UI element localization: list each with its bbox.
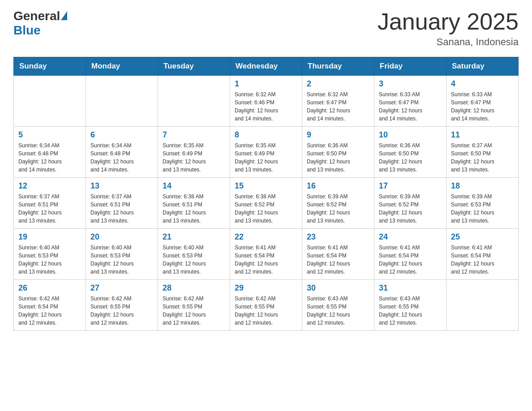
day-number: 12 bbox=[18, 181, 81, 191]
column-header-sunday: Sunday bbox=[14, 57, 86, 76]
calendar-cell: 17Sunrise: 6:39 AM Sunset: 6:52 PM Dayli… bbox=[374, 178, 446, 229]
day-number: 1 bbox=[235, 79, 297, 89]
day-number: 16 bbox=[307, 181, 369, 191]
day-info: Sunrise: 6:41 AM Sunset: 6:54 PM Dayligh… bbox=[379, 244, 442, 276]
calendar-week-row: 12Sunrise: 6:37 AM Sunset: 6:51 PM Dayli… bbox=[14, 178, 519, 229]
day-info: Sunrise: 6:37 AM Sunset: 6:50 PM Dayligh… bbox=[451, 141, 514, 174]
column-header-tuesday: Tuesday bbox=[158, 57, 230, 76]
header: General Blue January 2025 Sanana, Indone… bbox=[13, 9, 519, 48]
day-info: Sunrise: 6:42 AM Sunset: 6:55 PM Dayligh… bbox=[235, 295, 297, 327]
day-number: 8 bbox=[235, 130, 297, 140]
calendar-cell: 19Sunrise: 6:40 AM Sunset: 6:53 PM Dayli… bbox=[14, 229, 86, 280]
calendar-cell: 31Sunrise: 6:43 AM Sunset: 6:55 PM Dayli… bbox=[374, 280, 446, 331]
day-number: 9 bbox=[307, 130, 369, 140]
day-number: 31 bbox=[379, 283, 442, 293]
column-header-saturday: Saturday bbox=[446, 57, 519, 76]
day-info: Sunrise: 6:40 AM Sunset: 6:53 PM Dayligh… bbox=[90, 244, 153, 276]
calendar-cell: 10Sunrise: 6:36 AM Sunset: 6:50 PM Dayli… bbox=[374, 127, 446, 178]
calendar-cell: 27Sunrise: 6:42 AM Sunset: 6:55 PM Dayli… bbox=[86, 280, 158, 331]
day-number: 29 bbox=[235, 283, 297, 293]
calendar-cell bbox=[14, 76, 86, 127]
day-info: Sunrise: 6:41 AM Sunset: 6:54 PM Dayligh… bbox=[307, 244, 369, 276]
calendar-week-row: 26Sunrise: 6:42 AM Sunset: 6:54 PM Dayli… bbox=[14, 280, 519, 331]
day-number: 27 bbox=[90, 283, 153, 293]
day-number: 11 bbox=[451, 130, 514, 140]
day-number: 28 bbox=[163, 283, 225, 293]
logo-blue-part bbox=[60, 11, 67, 21]
calendar-cell: 22Sunrise: 6:41 AM Sunset: 6:54 PM Dayli… bbox=[230, 229, 302, 280]
calendar-cell: 2Sunrise: 6:32 AM Sunset: 6:47 PM Daylig… bbox=[302, 76, 374, 127]
calendar-cell: 21Sunrise: 6:40 AM Sunset: 6:53 PM Dayli… bbox=[158, 229, 230, 280]
calendar-cell bbox=[446, 280, 519, 331]
calendar-cell: 28Sunrise: 6:42 AM Sunset: 6:55 PM Dayli… bbox=[158, 280, 230, 331]
day-number: 24 bbox=[379, 232, 442, 242]
calendar-cell: 24Sunrise: 6:41 AM Sunset: 6:54 PM Dayli… bbox=[374, 229, 446, 280]
calendar-table: SundayMondayTuesdayWednesdayThursdayFrid… bbox=[13, 57, 519, 331]
calendar-cell: 4Sunrise: 6:33 AM Sunset: 6:47 PM Daylig… bbox=[446, 76, 519, 127]
day-info: Sunrise: 6:33 AM Sunset: 6:47 PM Dayligh… bbox=[379, 90, 442, 123]
calendar-cell: 18Sunrise: 6:39 AM Sunset: 6:53 PM Dayli… bbox=[446, 178, 519, 229]
calendar-cell: 9Sunrise: 6:36 AM Sunset: 6:50 PM Daylig… bbox=[302, 127, 374, 178]
day-info: Sunrise: 6:35 AM Sunset: 6:49 PM Dayligh… bbox=[163, 141, 225, 174]
calendar-cell: 6Sunrise: 6:34 AM Sunset: 6:48 PM Daylig… bbox=[86, 127, 158, 178]
day-info: Sunrise: 6:36 AM Sunset: 6:50 PM Dayligh… bbox=[379, 141, 442, 174]
day-info: Sunrise: 6:42 AM Sunset: 6:55 PM Dayligh… bbox=[90, 295, 153, 327]
day-info: Sunrise: 6:41 AM Sunset: 6:54 PM Dayligh… bbox=[235, 244, 297, 276]
column-header-wednesday: Wednesday bbox=[230, 57, 302, 76]
calendar-week-row: 5Sunrise: 6:34 AM Sunset: 6:48 PM Daylig… bbox=[14, 127, 519, 178]
calendar-cell: 14Sunrise: 6:38 AM Sunset: 6:51 PM Dayli… bbox=[158, 178, 230, 229]
day-number: 23 bbox=[307, 232, 369, 242]
day-info: Sunrise: 6:38 AM Sunset: 6:51 PM Dayligh… bbox=[163, 193, 225, 225]
calendar-cell: 16Sunrise: 6:39 AM Sunset: 6:52 PM Dayli… bbox=[302, 178, 374, 229]
calendar-cell: 7Sunrise: 6:35 AM Sunset: 6:49 PM Daylig… bbox=[158, 127, 230, 178]
calendar-cell: 30Sunrise: 6:43 AM Sunset: 6:55 PM Dayli… bbox=[302, 280, 374, 331]
column-header-friday: Friday bbox=[374, 57, 446, 76]
day-number: 19 bbox=[18, 232, 81, 242]
day-number: 2 bbox=[307, 79, 369, 89]
calendar-cell: 29Sunrise: 6:42 AM Sunset: 6:55 PM Dayli… bbox=[230, 280, 302, 331]
calendar-cell: 8Sunrise: 6:35 AM Sunset: 6:49 PM Daylig… bbox=[230, 127, 302, 178]
logo: General Blue bbox=[13, 9, 67, 38]
day-info: Sunrise: 6:32 AM Sunset: 6:47 PM Dayligh… bbox=[307, 90, 369, 123]
column-header-thursday: Thursday bbox=[302, 57, 374, 76]
calendar-cell: 15Sunrise: 6:38 AM Sunset: 6:52 PM Dayli… bbox=[230, 178, 302, 229]
day-info: Sunrise: 6:38 AM Sunset: 6:52 PM Dayligh… bbox=[235, 193, 297, 225]
day-info: Sunrise: 6:37 AM Sunset: 6:51 PM Dayligh… bbox=[90, 193, 153, 225]
day-info: Sunrise: 6:35 AM Sunset: 6:49 PM Dayligh… bbox=[235, 141, 297, 174]
day-info: Sunrise: 6:33 AM Sunset: 6:47 PM Dayligh… bbox=[451, 90, 514, 123]
day-info: Sunrise: 6:32 AM Sunset: 6:46 PM Dayligh… bbox=[235, 90, 297, 123]
day-info: Sunrise: 6:39 AM Sunset: 6:52 PM Dayligh… bbox=[307, 193, 369, 225]
calendar-cell: 1Sunrise: 6:32 AM Sunset: 6:46 PM Daylig… bbox=[230, 76, 302, 127]
day-number: 20 bbox=[90, 232, 153, 242]
day-number: 3 bbox=[379, 79, 442, 89]
calendar-header-row: SundayMondayTuesdayWednesdayThursdayFrid… bbox=[14, 57, 519, 76]
title-area: January 2025 Sanana, Indonesia bbox=[378, 9, 519, 48]
logo-blue-text: Blue bbox=[13, 23, 41, 38]
calendar-cell: 23Sunrise: 6:41 AM Sunset: 6:54 PM Dayli… bbox=[302, 229, 374, 280]
day-number: 6 bbox=[90, 130, 153, 140]
day-number: 22 bbox=[235, 232, 297, 242]
calendar-cell: 5Sunrise: 6:34 AM Sunset: 6:48 PM Daylig… bbox=[14, 127, 86, 178]
calendar-cell: 26Sunrise: 6:42 AM Sunset: 6:54 PM Dayli… bbox=[14, 280, 86, 331]
day-number: 7 bbox=[163, 130, 225, 140]
calendar-cell: 20Sunrise: 6:40 AM Sunset: 6:53 PM Dayli… bbox=[86, 229, 158, 280]
calendar-week-row: 19Sunrise: 6:40 AM Sunset: 6:53 PM Dayli… bbox=[14, 229, 519, 280]
month-title: January 2025 bbox=[378, 9, 519, 34]
day-number: 30 bbox=[307, 283, 369, 293]
day-info: Sunrise: 6:39 AM Sunset: 6:52 PM Dayligh… bbox=[379, 193, 442, 225]
day-number: 21 bbox=[163, 232, 225, 242]
day-info: Sunrise: 6:40 AM Sunset: 6:53 PM Dayligh… bbox=[18, 244, 81, 276]
calendar-cell: 11Sunrise: 6:37 AM Sunset: 6:50 PM Dayli… bbox=[446, 127, 519, 178]
day-info: Sunrise: 6:42 AM Sunset: 6:55 PM Dayligh… bbox=[163, 295, 225, 327]
day-number: 10 bbox=[379, 130, 442, 140]
day-number: 25 bbox=[451, 232, 514, 242]
day-number: 18 bbox=[451, 181, 514, 191]
day-info: Sunrise: 6:41 AM Sunset: 6:54 PM Dayligh… bbox=[451, 244, 514, 276]
calendar-cell bbox=[86, 76, 158, 127]
day-info: Sunrise: 6:34 AM Sunset: 6:48 PM Dayligh… bbox=[18, 141, 81, 174]
day-number: 15 bbox=[235, 181, 297, 191]
day-info: Sunrise: 6:43 AM Sunset: 6:55 PM Dayligh… bbox=[379, 295, 442, 327]
day-info: Sunrise: 6:34 AM Sunset: 6:48 PM Dayligh… bbox=[90, 141, 153, 174]
day-number: 17 bbox=[379, 181, 442, 191]
calendar-week-row: 1Sunrise: 6:32 AM Sunset: 6:46 PM Daylig… bbox=[14, 76, 519, 127]
